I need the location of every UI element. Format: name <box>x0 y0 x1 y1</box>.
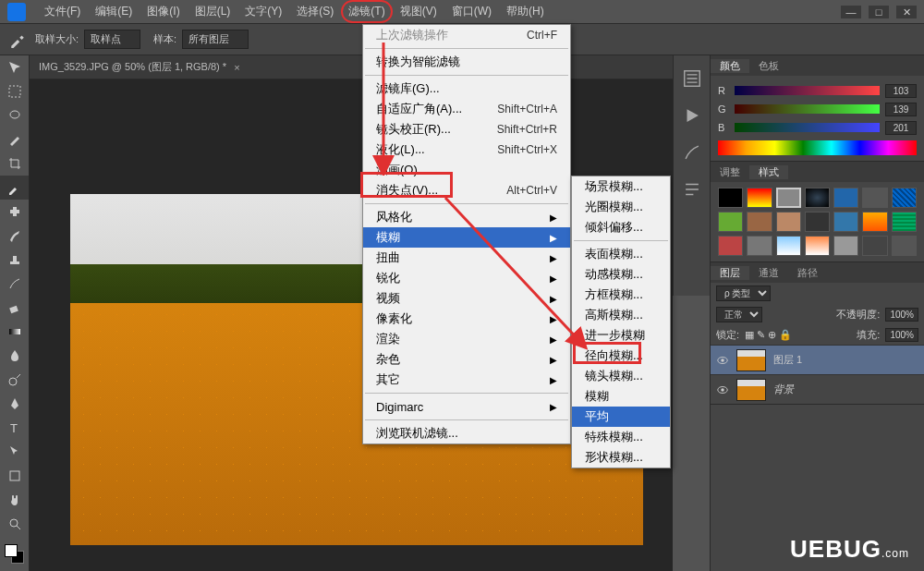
crop-tool[interactable] <box>0 152 29 176</box>
color-tab[interactable]: 颜色 <box>711 59 749 73</box>
swatches-tab[interactable]: 色板 <box>749 59 788 73</box>
wand-tool[interactable] <box>0 128 29 152</box>
menu-view[interactable]: 视图(V) <box>393 0 444 23</box>
style-swatch[interactable] <box>747 188 772 208</box>
blur-menu-item[interactable]: 方框模糊... <box>572 285 670 305</box>
style-swatch[interactable] <box>892 188 917 208</box>
filter-menu-item[interactable]: 杂色▶ <box>363 349 570 370</box>
style-swatch[interactable] <box>718 188 743 208</box>
style-swatch[interactable] <box>747 212 772 232</box>
dodge-tool[interactable] <box>0 368 29 392</box>
visibility-icon[interactable] <box>716 383 729 396</box>
style-swatch[interactable] <box>833 236 858 256</box>
blur-menu-item[interactable]: 模糊 <box>572 386 670 407</box>
menu-layer[interactable]: 图层(L) <box>188 0 238 23</box>
visibility-icon[interactable] <box>716 354 729 367</box>
layer-row[interactable]: 图层 1 <box>711 345 924 374</box>
history-panel-icon[interactable] <box>682 68 702 89</box>
filter-menu-item[interactable]: 油画(O)... <box>363 160 570 180</box>
filter-menu-item[interactable]: 风格化▶ <box>363 207 570 227</box>
lock-icons[interactable]: ▦ ✎ ⊕ 🔒 <box>745 329 792 341</box>
blur-menu-item[interactable]: 径向模糊... <box>572 346 670 366</box>
pen-tool[interactable] <box>0 392 29 416</box>
menu-window[interactable]: 窗口(W) <box>444 0 499 23</box>
eraser-tool[interactable] <box>0 296 29 320</box>
slider-g[interactable] <box>735 104 880 114</box>
color-spectrum[interactable] <box>718 140 917 155</box>
filter-menu-item[interactable]: 视频▶ <box>363 288 570 309</box>
doc-tab[interactable]: IMG_3529.JPG @ 50% (图层 1, RGB/8) * × <box>30 55 673 79</box>
play-icon[interactable] <box>682 105 702 126</box>
fill-value[interactable]: 100% <box>885 328 918 342</box>
eyedropper-tool[interactable] <box>0 176 29 200</box>
style-swatch[interactable] <box>747 236 772 256</box>
blur-menu-item[interactable]: 进一步模糊 <box>572 325 670 346</box>
style-swatch[interactable] <box>718 236 743 256</box>
menu-file[interactable]: 文件(F) <box>37 0 88 23</box>
blur-menu-item[interactable]: 倾斜偏移... <box>572 217 670 237</box>
menu-filter[interactable]: 滤镜(T) <box>341 0 392 23</box>
slider-r[interactable] <box>735 86 880 95</box>
filter-menu-item[interactable]: 模糊▶ <box>363 227 570 248</box>
layer-kind-select[interactable]: ρ 类型 <box>716 286 771 301</box>
marquee-tool[interactable] <box>0 79 29 103</box>
style-swatch[interactable] <box>805 188 830 208</box>
blur-menu-item[interactable]: 高斯模糊... <box>572 305 670 325</box>
filter-menu-item[interactable]: 滤镜库(G)... <box>363 79 570 99</box>
blur-menu-item[interactable]: 平均 <box>572 407 670 427</box>
style-swatch[interactable] <box>862 188 887 208</box>
style-swatch[interactable] <box>892 236 917 256</box>
menu-edit[interactable]: 编辑(E) <box>88 0 140 23</box>
menu-select[interactable]: 选择(S) <box>289 0 341 23</box>
layers-tab[interactable]: 图层 <box>711 266 749 280</box>
channels-tab[interactable]: 通道 <box>749 266 788 280</box>
paths-tab[interactable]: 路径 <box>788 266 827 280</box>
blur-menu-item[interactable]: 形状模糊... <box>572 447 670 468</box>
menu-help[interactable]: 帮助(H) <box>499 0 552 23</box>
style-swatch[interactable] <box>776 188 801 208</box>
filter-menu-item[interactable]: 转换为智能滤镜 <box>363 52 570 72</box>
blend-mode-select[interactable]: 正常 <box>716 307 762 322</box>
filter-menu-item[interactable]: 镜头校正(R)...Shift+Ctrl+R <box>363 119 570 140</box>
blur-menu-item[interactable]: 场景模糊... <box>572 176 670 197</box>
blur-menu-item[interactable]: 特殊模糊... <box>572 427 670 447</box>
blur-menu-item[interactable]: 镜头模糊... <box>572 366 670 386</box>
style-swatch[interactable] <box>805 236 830 256</box>
style-swatch[interactable] <box>892 212 917 232</box>
sample-select[interactable]: 所有图层 <box>182 30 249 49</box>
slider-g-value[interactable]: 139 <box>885 103 917 116</box>
paragraph-icon[interactable] <box>682 179 702 200</box>
brush-preset-icon[interactable] <box>682 142 702 163</box>
filter-menu-item[interactable]: 上次滤镜操作Ctrl+F <box>363 25 570 45</box>
doc-tab-close[interactable]: × <box>234 62 239 73</box>
slider-r-value[interactable]: 103 <box>885 84 917 98</box>
layer-row[interactable]: 背景 <box>711 374 924 404</box>
lasso-tool[interactable] <box>0 103 29 128</box>
filter-menu-item[interactable]: 其它▶ <box>363 370 570 390</box>
slider-b-value[interactable]: 201 <box>885 121 917 135</box>
history-brush-tool[interactable] <box>0 272 29 296</box>
opacity-value[interactable]: 100% <box>885 308 918 322</box>
filter-menu-item[interactable]: 自适应广角(A)...Shift+Ctrl+A <box>363 99 570 119</box>
close-button[interactable]: ✕ <box>896 6 917 18</box>
gradient-tool[interactable] <box>0 320 29 344</box>
layer-name[interactable]: 背景 <box>773 383 794 396</box>
shape-tool[interactable] <box>0 464 29 488</box>
slider-b[interactable] <box>735 123 880 132</box>
maximize-button[interactable]: □ <box>869 6 889 18</box>
blur-menu-item[interactable]: 表面模糊... <box>572 244 670 264</box>
menu-type[interactable]: 文字(Y) <box>237 0 289 23</box>
menu-image[interactable]: 图像(I) <box>140 0 187 23</box>
blur-menu-item[interactable]: 光圈模糊... <box>572 197 670 217</box>
style-swatch[interactable] <box>862 236 887 256</box>
styles-tab[interactable]: 样式 <box>749 165 788 179</box>
minimize-button[interactable]: — <box>841 6 861 18</box>
style-swatch[interactable] <box>862 212 887 232</box>
filter-menu-item[interactable]: 锐化▶ <box>363 268 570 288</box>
zoom-tool[interactable] <box>0 512 29 536</box>
fg-bg-swatch[interactable] <box>0 541 29 571</box>
brush-tool[interactable] <box>0 224 29 248</box>
filter-menu-item[interactable]: 扭曲▶ <box>363 248 570 268</box>
style-swatch[interactable] <box>833 212 858 232</box>
filter-menu-item[interactable]: 像素化▶ <box>363 309 570 329</box>
